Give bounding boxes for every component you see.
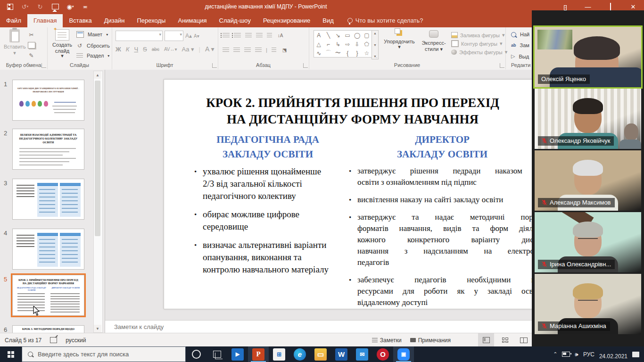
shapes-gallery-scrollbar[interactable]: ▲ ▼ ▼̱ bbox=[372, 30, 379, 59]
normal-view-button[interactable] bbox=[478, 333, 494, 347]
ribbon-tab-Файл[interactable]: Файл bbox=[0, 14, 27, 27]
format-painter-icon[interactable]: ✎ bbox=[27, 52, 35, 59]
underline-button[interactable]: Ч bbox=[134, 46, 138, 53]
font-size-combo[interactable] bbox=[165, 31, 183, 41]
clock-date[interactable]: 24.02.2021 bbox=[599, 354, 627, 359]
columns-icon[interactable] bbox=[272, 48, 276, 53]
zoom-taskbar-button[interactable]: ▣ bbox=[393, 346, 414, 362]
mail-taskbar-button[interactable]: ✉ bbox=[352, 346, 372, 362]
ribbon-tab-Анимация[interactable]: Анимация bbox=[172, 14, 213, 27]
ribbon-tab-Переходы[interactable]: Переходы bbox=[131, 14, 172, 27]
shapes-gallery[interactable]: A╲↘▭◯▢△⌐↳⇨⇩⬠∿⌒〜{}☆ bbox=[314, 30, 372, 58]
down-arrow-shape-icon[interactable]: ⇩ bbox=[352, 40, 362, 49]
customize-quick-access-icon[interactable]: ≖ bbox=[81, 2, 90, 11]
volume-icon[interactable]: 🕪 bbox=[575, 351, 578, 358]
slide-thumbnail-5[interactable]: КРОК 2. ПРИЙНЯТТЯ РІШЕННЯ ПРО ПЕРЕХІД НА… bbox=[12, 275, 84, 316]
undo-icon[interactable]: ↺▾ bbox=[21, 2, 29, 11]
keyboard-language[interactable]: РУС bbox=[583, 351, 594, 358]
rectangle-shape-icon[interactable]: ▭ bbox=[343, 31, 352, 40]
rounded-rectangle-shape-icon[interactable]: ▢ bbox=[362, 31, 372, 40]
edge-taskbar-button[interactable]: e bbox=[289, 346, 310, 362]
numbering-icon[interactable] bbox=[234, 33, 241, 38]
text-box-shape-icon[interactable]: A bbox=[314, 31, 323, 40]
comments-toggle[interactable]: Примечания bbox=[407, 333, 454, 347]
font-color-button[interactable]: A ▾ bbox=[205, 45, 215, 53]
freeform-shape-icon[interactable]: ⬠ bbox=[362, 40, 372, 49]
file-explorer-taskbar-button[interactable]: ▭ bbox=[310, 346, 331, 362]
elbow-shape-icon[interactable]: ⌐ bbox=[323, 40, 333, 49]
cortana-button[interactable] bbox=[186, 346, 206, 362]
strikethrough-button[interactable]: S bbox=[143, 46, 147, 53]
align-center-icon[interactable] bbox=[233, 48, 240, 53]
tell-me-box[interactable]: Что вы хотите сделать? bbox=[340, 14, 428, 27]
powerpoint-taskbar-button[interactable]: P bbox=[248, 346, 269, 362]
slide-number-indicator[interactable]: Слайд 5 из 17 bbox=[5, 337, 41, 344]
quick-styles-button[interactable]: Экспресс-стили ▾ bbox=[418, 29, 449, 52]
slide-sorter-view-button[interactable] bbox=[497, 333, 513, 347]
decrease-indent-icon[interactable] bbox=[245, 33, 252, 38]
slide-thumbnail-4[interactable] bbox=[12, 229, 84, 270]
shape-outline-button[interactable]: Контур фигуры ▾ bbox=[451, 40, 507, 47]
scribble-shape-icon[interactable]: ∿ bbox=[314, 49, 323, 58]
redo-icon[interactable]: ↻ bbox=[36, 2, 44, 11]
ribbon-tab-Вид[interactable]: Вид bbox=[316, 14, 340, 27]
clipboard-dialog-launcher[interactable] bbox=[41, 63, 46, 68]
convert-smartart-icon[interactable]: ⬔ bbox=[281, 46, 289, 54]
video-tile-1[interactable]: Олексій Яценко bbox=[535, 27, 641, 87]
ribbon-tab-Дизайн[interactable]: Дизайн bbox=[98, 14, 131, 27]
copy-icon[interactable] bbox=[27, 41, 35, 49]
slide-thumbnail-1[interactable]: ОРГАНІЗАЦІЯ ДИСТАНЦІЙНОГО НАВЧАННЯ ХІМІЇ… bbox=[12, 80, 84, 121]
slide-thumbnail-2[interactable]: ШЛЯХИ ВЗАЄМОДІЇ АДМІНІСТРАЦІЇ ТА ПЕДАГОГ… bbox=[12, 129, 84, 170]
grow-font-icon[interactable]: A▴ bbox=[185, 33, 192, 39]
font-name-combo[interactable] bbox=[116, 31, 163, 41]
curve-shape-icon[interactable]: 〜 bbox=[333, 49, 343, 58]
shapes-scroll-down-icon[interactable]: ▼ bbox=[373, 43, 377, 47]
replace-button[interactable]: abЗам bbox=[511, 42, 529, 48]
save-icon[interactable] bbox=[6, 2, 14, 11]
language-indicator[interactable]: русский bbox=[66, 337, 86, 344]
right-arrow-shape-icon[interactable]: ⇨ bbox=[343, 40, 352, 49]
movies-tv-taskbar-button[interactable]: ▶ bbox=[227, 346, 248, 362]
video-tile-5[interactable]: Маріанна Ашихміна bbox=[535, 274, 641, 334]
battery-icon[interactable] bbox=[562, 352, 570, 357]
action-center-icon[interactable] bbox=[632, 352, 639, 357]
italic-button[interactable]: К bbox=[126, 46, 130, 53]
align-left-icon[interactable] bbox=[223, 48, 229, 53]
align-right-icon[interactable] bbox=[244, 48, 251, 53]
triangle-shape-icon[interactable]: △ bbox=[314, 40, 323, 49]
elbow-arrow-shape-icon[interactable]: ↳ bbox=[333, 40, 343, 49]
font-dialog-launcher[interactable] bbox=[212, 63, 217, 68]
ribbon-tab-Главная[interactable]: Главная bbox=[27, 14, 63, 27]
opera-taskbar-button[interactable]: O bbox=[372, 346, 393, 362]
thumbnail-scrollbar[interactable]: ▲ ▼ bbox=[93, 71, 103, 333]
star-shape-icon[interactable]: ☆ bbox=[362, 49, 372, 58]
video-tile-4[interactable]: Ірина Олександрівн... bbox=[535, 212, 641, 272]
scroll-up-icon[interactable]: ▲ bbox=[94, 71, 101, 79]
reading-view-button[interactable] bbox=[516, 333, 532, 347]
start-slideshow-icon[interactable] bbox=[51, 2, 59, 11]
taskbar-search-input[interactable]: Введите здесь текст для поиска bbox=[22, 346, 186, 362]
justify-icon[interactable] bbox=[255, 48, 262, 53]
slide-canvas[interactable]: КРОК 2. ПРИЙНЯТТЯ РІШЕННЯ ПРО ПЕРЕХІД НА… bbox=[164, 79, 542, 309]
line-spacing-icon[interactable] bbox=[267, 33, 272, 38]
paste-button[interactable]: Вставить▾ bbox=[4, 29, 25, 56]
hidden-icons-chevron[interactable]: ⌃ bbox=[553, 351, 557, 357]
paragraph-dialog-launcher[interactable] bbox=[303, 63, 308, 68]
arrow-line-shape-icon[interactable]: ↘ bbox=[333, 31, 343, 40]
touch-mode-icon[interactable]: ◉▾ bbox=[66, 2, 74, 11]
word-taskbar-button[interactable]: W bbox=[331, 346, 352, 362]
oval-shape-icon[interactable]: ◯ bbox=[352, 31, 362, 40]
restore-button[interactable] bbox=[605, 3, 616, 10]
ribbon-tab-Рецензирование[interactable]: Рецензирование bbox=[257, 14, 316, 27]
layout-button[interactable]: Макет▾ bbox=[76, 31, 108, 38]
line-shape-icon[interactable]: ╲ bbox=[323, 31, 333, 40]
reset-button[interactable]: ↺Сбросить bbox=[76, 42, 110, 49]
arc-shape-icon[interactable]: ⌒ bbox=[323, 49, 333, 58]
video-tile-2[interactable]: Олександр Яковійчук bbox=[535, 89, 641, 149]
ribbon-tab-Слайд-шоу[interactable]: Слайд-шоу bbox=[213, 14, 257, 27]
right-brace-shape-icon[interactable]: } bbox=[352, 49, 362, 58]
shapes-scroll-up-icon[interactable]: ▲ bbox=[373, 32, 377, 35]
increase-indent-icon[interactable] bbox=[256, 33, 263, 38]
spell-check-icon[interactable] bbox=[50, 337, 57, 343]
bullets-icon[interactable] bbox=[223, 33, 230, 38]
